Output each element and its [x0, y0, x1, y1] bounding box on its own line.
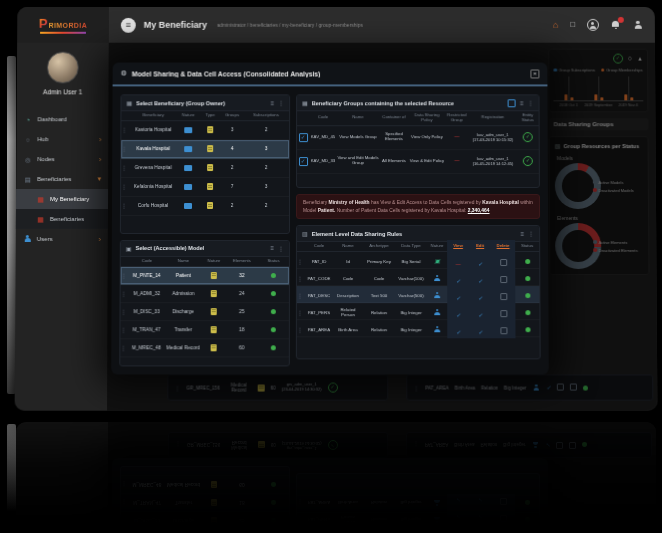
kebab-icon[interactable]: ⋮ — [278, 245, 284, 252]
kebab-icon[interactable]: ⋮ — [120, 326, 128, 333]
filter-icon[interactable]: ≡ — [521, 231, 525, 237]
groups-count: 7 — [221, 184, 243, 190]
chevron-icon: › — [98, 235, 100, 242]
kebab-icon[interactable]: ⋮ — [528, 99, 534, 106]
select-all-icon[interactable] — [508, 99, 516, 107]
delete-rule-icon[interactable] — [500, 269, 507, 287]
kebab-icon[interactable]: ⋮ — [528, 230, 534, 237]
kebab-icon[interactable]: ⋮ — [121, 272, 129, 279]
close-button[interactable]: × — [530, 69, 539, 78]
model-row[interactable]: ⋮ M_ADMI_32 Admission 24 — [121, 285, 289, 303]
fullscreen-icon[interactable]: □ — [570, 20, 575, 30]
beneficiary-row[interactable]: ⋮ Kefalonia Hospital 7 3 — [121, 178, 289, 197]
delete-rule-icon[interactable] — [500, 320, 507, 338]
kebab-icon[interactable]: ⋮ — [121, 308, 129, 315]
kebab-icon[interactable]: ⋮ — [297, 309, 305, 316]
rule-row[interactable]: ⋮ PAT_AREA Birth Area Relation Big Integ… — [297, 320, 540, 337]
subscriptions-count: 2 — [243, 203, 289, 209]
element-archetype: Relation — [363, 327, 395, 332]
beneficiary-row[interactable]: ⋮ Corfu Hospital 2 2 — [121, 197, 289, 216]
sidebar-item[interactable]: Hub › — [16, 129, 108, 149]
kebab-icon[interactable]: ⋮ — [297, 258, 305, 265]
notifications-icon[interactable] — [611, 19, 621, 30]
model-row[interactable]: ⋮ M_TRAN_47 Transfer 18 — [120, 321, 288, 339]
filter-icon[interactable]: ≡ — [520, 100, 524, 106]
registration: kav_adm_user_1 (17-03-2019 10:15:32) — [469, 132, 517, 142]
beneficiary-row[interactable]: ⋮ Kastoria Hospital 3 2 — [121, 121, 289, 140]
edit-rule-icon[interactable] — [478, 252, 483, 270]
entity-status-icon: ✓ — [523, 156, 533, 166]
model-nature-icon — [211, 290, 218, 297]
edit-rule-icon[interactable] — [478, 286, 483, 304]
sidebar-item[interactable]: Beneficiaries ▾ — [16, 169, 108, 189]
kebab-icon[interactable]: ⋮ — [297, 275, 305, 282]
groups-count: 2 — [221, 165, 243, 171]
groups-count: 2 — [221, 203, 243, 209]
model-code: M_MREC_48 — [128, 345, 164, 351]
model-row[interactable]: ⋮ M_MREC_48 Medical Record 60 — [120, 339, 289, 357]
group-row[interactable]: KAV_MD_45 View Models Group Specified El… — [297, 126, 539, 150]
delete-rule-icon[interactable] — [500, 252, 507, 270]
delete-rule-icon[interactable] — [500, 303, 507, 321]
beneficiary-row[interactable]: ⋮ Grevena Hospital 2 2 — [121, 159, 289, 178]
rule-row[interactable]: ⋮ PAT_DESC Description Text 500 Varchar(… — [297, 286, 539, 303]
sidebar-item[interactable]: Nodes › — [16, 149, 108, 169]
breadcrumb: administrator / beneficiaries / my-benef… — [217, 22, 363, 28]
delete-rule-icon[interactable] — [500, 286, 507, 304]
model-code: M_ADMI_32 — [129, 291, 165, 297]
kebab-icon[interactable]: ⋮ — [121, 183, 129, 190]
column-header: Code — [129, 257, 165, 266]
model-row[interactable]: ⋮ M_DISC_33 Discharge 25 — [120, 303, 288, 321]
sidebar-item[interactable]: Users › — [16, 229, 108, 249]
panel-title: Select Beneficiary (Group Owner) — [136, 100, 267, 106]
chevron-icon: › — [99, 156, 101, 163]
view-rule-icon[interactable] — [456, 269, 461, 287]
view-rule-icon[interactable] — [456, 320, 461, 338]
sidebar-item[interactable]: My Beneficiary — [16, 189, 108, 209]
kebab-icon[interactable]: ⋮ — [121, 165, 129, 172]
edit-rule-icon[interactable] — [478, 303, 483, 321]
warning-bold: Ministry of Health — [329, 200, 370, 205]
beneficiary-row[interactable]: ⋮ Kavala Hospital 4 3 — [121, 140, 289, 159]
avatar[interactable] — [47, 52, 79, 84]
column-header: Status — [258, 257, 289, 266]
user-icon[interactable] — [633, 20, 643, 30]
home-icon[interactable]: ⌂ — [553, 20, 558, 30]
filter-icon[interactable]: ≡ — [271, 100, 275, 106]
groups-count: 4 — [221, 146, 243, 151]
checkbox-checked-icon[interactable] — [299, 157, 308, 166]
rule-row[interactable]: ⋮ PAT_CODE Code Code Varchar(100) — [297, 269, 539, 286]
account-icon[interactable] — [587, 19, 599, 31]
subscriptions-count: 3 — [243, 184, 289, 190]
menu-icon[interactable]: ≡ — [121, 17, 136, 32]
model-nature-icon — [210, 308, 217, 315]
beneficiary-name: Grevena Hospital — [129, 165, 177, 171]
status-dot — [525, 310, 530, 315]
view-rule-icon[interactable] — [456, 303, 461, 321]
group-name: View and Edit Models Group — [337, 157, 379, 167]
kebab-icon[interactable]: ⋮ — [121, 290, 129, 297]
nature-icon — [434, 258, 440, 265]
view-rule-icon[interactable] — [456, 252, 461, 270]
kebab-icon[interactable]: ⋮ — [278, 99, 284, 106]
kebab-icon[interactable]: ⋮ — [121, 146, 129, 153]
group-row[interactable]: KAV_MD_33 View and Edit Models Group All… — [297, 150, 539, 174]
checkbox-checked-icon[interactable] — [299, 133, 308, 142]
sidebar-item[interactable]: Dashboard — [17, 109, 109, 129]
edit-rule-icon[interactable] — [478, 320, 483, 338]
chevron-icon: ▾ — [98, 175, 102, 183]
model-row[interactable]: ⋮ M_PNTE_14 Patient 32 — [121, 267, 289, 285]
sidebar-item[interactable]: Beneficiaries — [16, 209, 108, 229]
panel-title: Element Level Data Sharing Rules — [312, 231, 517, 237]
kebab-icon[interactable]: ⋮ — [297, 292, 305, 299]
rule-row[interactable]: ⋮ PAT_ID Id Primary Key Big Serial — [297, 252, 539, 269]
kebab-icon[interactable]: ⋮ — [121, 127, 129, 134]
sidebar-nav: Dashboard Hub › Nodes › — [16, 109, 109, 249]
view-rule-icon[interactable] — [456, 286, 461, 304]
rule-row[interactable]: ⋮ PAT_PERS Related Person Relation Big I… — [297, 303, 540, 320]
kebab-icon[interactable]: ⋮ — [297, 326, 305, 333]
edit-rule-icon[interactable] — [478, 269, 483, 287]
kebab-icon[interactable]: ⋮ — [120, 344, 128, 351]
filter-icon[interactable]: ≡ — [270, 245, 274, 251]
kebab-icon[interactable]: ⋮ — [121, 202, 129, 209]
